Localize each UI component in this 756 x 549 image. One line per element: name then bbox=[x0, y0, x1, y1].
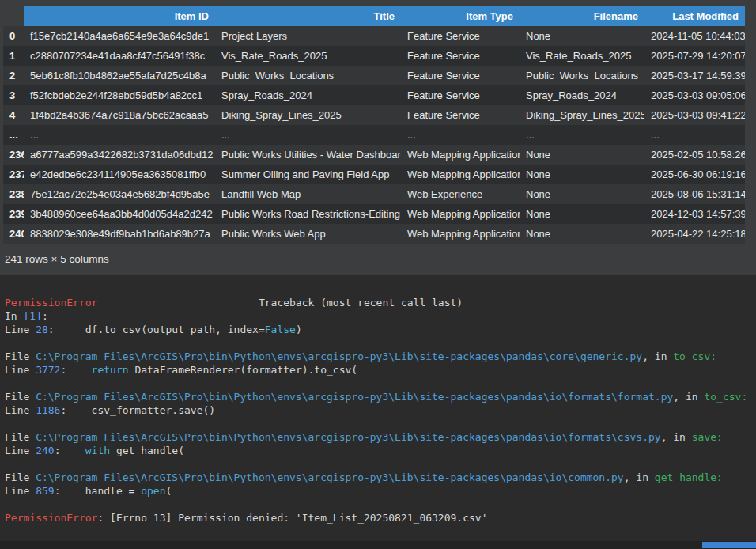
table-cell: 8838029e308e49df9bab1bd6ab89b27a bbox=[24, 224, 215, 244]
table-cell: Feature Service bbox=[401, 85, 520, 105]
traceback-segment: get_handle( bbox=[110, 445, 184, 456]
column-header-item-type: Item Type bbox=[401, 6, 520, 26]
header-row: Item ID Title Item Type Filename Last Mo… bbox=[3, 6, 745, 26]
traceback-segment: DataFrameRenderer(formatter).to_csv( bbox=[129, 364, 358, 376]
table-cell: Feature Service bbox=[401, 66, 520, 85]
traceback-line: Line 1186: csv_formatter.save() bbox=[5, 403, 751, 417]
row-index-cell: 3 bbox=[3, 85, 24, 105]
horizontal-scrollbar-track[interactable] bbox=[0, 541, 756, 549]
traceback-segment: : df.to_csv(output_path, index= bbox=[48, 324, 265, 335]
table-cell: f52fcbdeb2e244f28ebd59d5b4a82cc1 bbox=[24, 85, 215, 105]
table-cell: e42dedbe6c234114905ea3635081ffb0 bbox=[24, 165, 215, 184]
row-index-cell: 1 bbox=[3, 46, 24, 66]
traceback-segment: : [Errno 13] Permission denied: 'Item_Li… bbox=[97, 512, 487, 524]
dataframe-table: Item ID Title Item Type Filename Last Mo… bbox=[3, 6, 745, 244]
traceback-segment: False bbox=[265, 324, 296, 335]
traceback-line bbox=[5, 498, 751, 511]
table-row: 1c2880707234e41daa8cf47c56491f38cVis_Rat… bbox=[3, 46, 745, 66]
traceback-segment: File bbox=[5, 471, 36, 483]
traceback-segment: ----------------------------------------… bbox=[5, 283, 463, 295]
table-cell: 2024-11-05 10:44:03 bbox=[644, 26, 745, 46]
row-index-cell: 0 bbox=[3, 26, 24, 46]
traceback-segment: : handle = bbox=[55, 485, 142, 497]
traceback-segment: Line bbox=[5, 404, 36, 416]
traceback-segment: : bbox=[55, 445, 85, 456]
row-index-cell: 236 bbox=[3, 145, 24, 165]
table-row: 25eb61c8fb10b4862ae55afa7d25c4b8aPublic_… bbox=[3, 66, 745, 85]
traceback-segment: ) bbox=[296, 324, 302, 335]
table-cell: None bbox=[520, 26, 644, 46]
table-cell: Feature Service bbox=[401, 105, 520, 125]
table-cell: Vis_Rate_Roads_2025 bbox=[215, 46, 401, 66]
traceback-segment: 28 bbox=[36, 324, 48, 335]
traceback-segment: C:\Program Files\ArcGIS\Pro\bin\Python\e… bbox=[36, 431, 661, 443]
table-cell: Public_Works_Locations bbox=[215, 66, 401, 85]
table-cell: c2880707234e41daa8cf47c56491f38c bbox=[24, 46, 215, 66]
table-cell: ... bbox=[644, 125, 745, 145]
table-cell: 2025-07-29 14:20:07 bbox=[644, 46, 745, 66]
traceback-segment: ----------------------------------------… bbox=[5, 525, 463, 537]
table-row: 2408838029e308e49df9bab1bd6ab89b27aPubli… bbox=[3, 224, 745, 244]
traceback-segment: 3772 bbox=[36, 364, 60, 376]
table-cell: Web Mapping Application bbox=[401, 145, 520, 165]
table-row: 41f4bd2a4b3674a7c918a75bc62acaaa5Diking_… bbox=[3, 105, 745, 125]
traceback-segment: to_csv: bbox=[704, 391, 747, 403]
traceback-line: File C:\Program Files\ArcGIS\Pro\bin\Pyt… bbox=[5, 471, 751, 484]
table-cell: Public Works Road Restrictions-Editing bbox=[215, 204, 401, 224]
traceback-segment: PermissionError bbox=[5, 297, 97, 309]
traceback-line: Line 3772: return DataFrameRenderer(form… bbox=[5, 363, 751, 377]
table-cell: Vis_Rate_Roads_2025 bbox=[520, 46, 644, 66]
horizontal-scrollbar-thumb[interactable] bbox=[702, 542, 756, 548]
traceback-segment: get_handle: bbox=[655, 471, 723, 483]
table-cell: ... bbox=[24, 125, 215, 145]
traceback-line: ----------------------------------------… bbox=[5, 282, 751, 296]
traceback-line: ----------------------------------------… bbox=[5, 524, 751, 538]
table-row: 23875e12ac72e254e03a4e5682bf4d95a5eLandf… bbox=[3, 184, 745, 204]
dataframe-header: Item ID Title Item Type Filename Last Mo… bbox=[3, 6, 745, 26]
notebook-output-area: Item ID Title Item Type Filename Last Mo… bbox=[0, 0, 756, 275]
table-cell: Spray_Roads_2024 bbox=[215, 85, 401, 105]
traceback-segment: , in bbox=[661, 431, 692, 443]
table-cell: 2025-08-06 15:31:14 bbox=[644, 184, 745, 204]
traceback-line bbox=[5, 457, 751, 471]
traceback-segment: [1] bbox=[23, 310, 41, 322]
table-cell: Spray_Roads_2024 bbox=[520, 85, 644, 105]
traceback-line: Line 240: with get_handle( bbox=[5, 444, 751, 457]
table-cell: 2025-04-22 14:25:18 bbox=[644, 224, 745, 244]
table-cell: a6777aa599a3422682b3731da06dbd12 bbox=[24, 145, 215, 165]
traceback-line: Line 859: handle = open( bbox=[5, 484, 751, 498]
table-cell: Web Mapping Application bbox=[401, 165, 520, 184]
traceback-panel: ----------------------------------------… bbox=[0, 275, 756, 549]
table-cell: f15e7cb2140a4ae6a654e9e3a64c9de1 bbox=[24, 26, 215, 46]
traceback-segment: : csv_formatter.save() bbox=[60, 404, 215, 416]
table-cell: ... bbox=[215, 125, 401, 145]
table-cell: ... bbox=[401, 125, 520, 145]
traceback-segment: File bbox=[5, 391, 36, 403]
table-cell: None bbox=[520, 204, 644, 224]
row-index-cell: 4 bbox=[3, 105, 24, 125]
traceback-segment: In bbox=[5, 310, 23, 322]
table-cell: Web Experience bbox=[401, 184, 520, 204]
column-header-item-id: Item ID bbox=[24, 6, 215, 26]
table-cell: 2025-03-17 14:59:39 bbox=[644, 66, 745, 85]
table-cell: Public Works Web App bbox=[215, 224, 401, 244]
traceback-segment: Line bbox=[5, 485, 36, 497]
table-cell: Public Works Utilities - Water Dashboard bbox=[215, 145, 401, 165]
traceback-segment: C:\Program Files\ArcGIS\Pro\bin\Python\e… bbox=[36, 350, 642, 362]
traceback-segment: : bbox=[60, 364, 91, 376]
table-cell: 2025-03-03 09:05:06 bbox=[644, 85, 745, 105]
table-cell: 2025-06-30 06:19:16 bbox=[644, 165, 745, 184]
table-cell: ... bbox=[520, 125, 644, 145]
traceback-segment: Traceback (most recent call last) bbox=[97, 297, 463, 309]
traceback-line: File C:\Program Files\ArcGIS\Pro\bin\Pyt… bbox=[5, 390, 751, 403]
table-cell: 2024-12-03 14:57:39 bbox=[644, 204, 745, 224]
table-cell: Feature Service bbox=[401, 46, 520, 66]
traceback-line: File C:\Program Files\ArcGIS\Pro\bin\Pyt… bbox=[5, 430, 751, 444]
table-row: 0f15e7cb2140a4ae6a654e9e3a64c9de1Project… bbox=[3, 26, 745, 46]
table-row: 3f52fcbdeb2e244f28ebd59d5b4a82cc1Spray_R… bbox=[3, 85, 745, 105]
traceback-segment: save: bbox=[692, 431, 723, 443]
row-index-cell: ... bbox=[3, 125, 24, 145]
column-header-filename: Filename bbox=[520, 6, 644, 26]
table-cell: Feature Service bbox=[401, 26, 520, 46]
table-cell: 3b488960cee64aa3bb4d0d05d4a2d242 bbox=[24, 204, 215, 224]
